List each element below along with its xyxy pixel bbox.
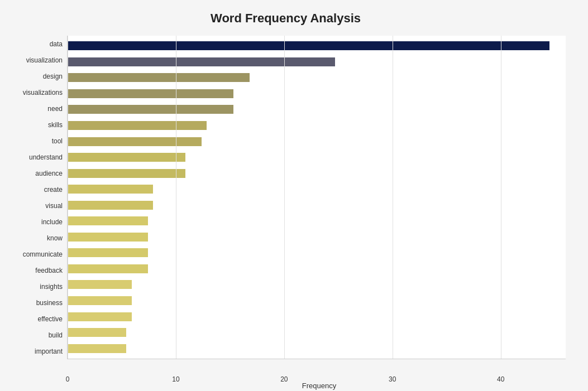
y-label: build bbox=[49, 329, 63, 341]
y-label: design bbox=[43, 70, 63, 83]
bar bbox=[68, 312, 132, 321]
bar-row bbox=[68, 40, 560, 52]
y-label: include bbox=[41, 216, 63, 228]
bar-row bbox=[68, 136, 560, 148]
bar-row bbox=[68, 119, 560, 132]
bar-row bbox=[68, 88, 560, 100]
bar bbox=[68, 233, 148, 242]
bar-row bbox=[68, 311, 560, 323]
y-label: data bbox=[50, 38, 63, 50]
bar bbox=[68, 264, 148, 273]
y-label: tool bbox=[52, 135, 63, 147]
bar-row bbox=[68, 56, 560, 68]
y-label: need bbox=[47, 103, 63, 115]
y-label: visualizations bbox=[23, 86, 63, 99]
bar-row bbox=[68, 263, 560, 275]
chart-area: datavisualizationdesignvisualizationsnee… bbox=[6, 36, 566, 359]
bar-row bbox=[68, 278, 560, 291]
x-tick-label: 0 bbox=[66, 375, 70, 383]
chart-container: Word Frequency Analysis datavisualizatio… bbox=[0, 0, 588, 391]
bar bbox=[68, 89, 233, 98]
bar bbox=[68, 73, 250, 82]
bar bbox=[68, 201, 153, 210]
bar bbox=[68, 185, 153, 194]
y-label: feedback bbox=[35, 264, 63, 277]
bar-row bbox=[68, 215, 560, 227]
y-label: audience bbox=[35, 167, 63, 180]
bar-row bbox=[68, 71, 560, 84]
bar bbox=[68, 137, 202, 146]
bar bbox=[68, 344, 126, 353]
bar bbox=[68, 57, 335, 66]
bar-row bbox=[68, 103, 560, 115]
x-tick-label: 40 bbox=[497, 375, 504, 383]
y-label: understand bbox=[29, 151, 63, 163]
x-tick-label: 20 bbox=[280, 375, 288, 383]
y-label: important bbox=[35, 345, 63, 358]
x-axis-title: Frequency bbox=[73, 382, 566, 390]
bar-row bbox=[68, 167, 560, 180]
bar-row bbox=[68, 295, 560, 307]
bar bbox=[68, 280, 132, 289]
y-label: create bbox=[44, 184, 63, 196]
bar bbox=[68, 169, 185, 178]
bar-row bbox=[68, 183, 560, 195]
y-label: effective bbox=[38, 313, 63, 325]
y-labels: datavisualizationdesignvisualizationsnee… bbox=[6, 36, 67, 359]
y-label: skills bbox=[48, 119, 63, 131]
bar bbox=[68, 296, 132, 305]
y-label: know bbox=[47, 232, 63, 244]
y-label: insights bbox=[40, 281, 63, 293]
bars-area: 010203040 bbox=[67, 36, 566, 359]
chart-title: Word Frequency Analysis bbox=[6, 11, 566, 26]
bar-row bbox=[68, 231, 560, 243]
x-tick-label: 30 bbox=[389, 375, 396, 383]
y-label: business bbox=[36, 297, 63, 309]
bar bbox=[68, 41, 549, 50]
bar-row bbox=[68, 342, 560, 355]
bar-row bbox=[68, 199, 560, 211]
bar bbox=[68, 121, 207, 130]
y-label: visual bbox=[45, 200, 63, 212]
bar-row bbox=[68, 247, 560, 259]
y-label: communicate bbox=[23, 248, 63, 260]
x-tick-label: 10 bbox=[172, 375, 179, 383]
bar bbox=[68, 105, 233, 114]
y-label: visualization bbox=[26, 54, 63, 66]
bar bbox=[68, 153, 185, 162]
bar-row bbox=[68, 151, 560, 163]
bar bbox=[68, 328, 126, 337]
bar bbox=[68, 216, 148, 225]
bar-row bbox=[68, 326, 560, 339]
bar bbox=[68, 248, 148, 257]
